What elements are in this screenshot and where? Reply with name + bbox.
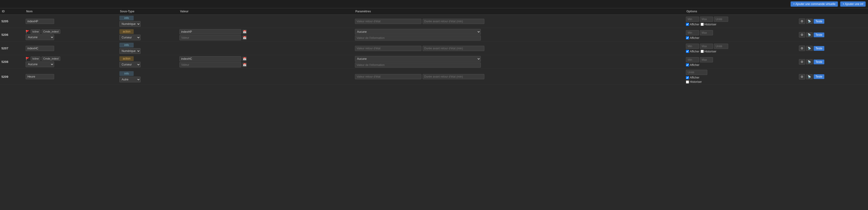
aucune-select-5208[interactable]: Aucune xyxy=(355,56,481,62)
min-input-5206[interactable] xyxy=(686,30,699,35)
options-cell-5205: Afficher Historiser xyxy=(684,15,798,28)
row-id-5205: 5205 xyxy=(0,15,24,28)
actions-cell-5209: ⚙ 📡 Teste xyxy=(798,69,868,85)
flag-icon-5206: 🚩 xyxy=(26,30,29,33)
row-id-5207: 5207 xyxy=(0,42,24,55)
param-duree-5207[interactable] xyxy=(423,46,484,51)
valeur-info-5208[interactable] xyxy=(355,62,481,68)
param-duree-5205[interactable] xyxy=(423,19,484,24)
calendar-icon-5206[interactable]: 📅 xyxy=(242,30,247,34)
test-button-5205[interactable]: Teste xyxy=(814,19,824,24)
historiser-check-5209[interactable] xyxy=(686,80,689,83)
unite-input-5207[interactable] xyxy=(714,44,728,49)
valeur-input-5206[interactable] xyxy=(180,29,241,34)
test-button-5209[interactable]: Teste xyxy=(814,74,824,79)
param-cell-5207 xyxy=(353,42,684,55)
add-info-button[interactable]: + Ajouter une inf xyxy=(840,1,866,7)
test-button-5208[interactable]: Teste xyxy=(814,60,824,64)
actions-cell-5208: ⚙ 📡 Teste xyxy=(798,55,868,69)
rss-button-5207[interactable]: 📡 xyxy=(806,46,813,51)
subtype-cell-5207: info Numérique Autre xyxy=(118,42,178,55)
col-nom: Nom xyxy=(24,8,118,15)
calendar-icon2-5208[interactable]: 📅 xyxy=(242,63,247,67)
options-cell-5206: Afficher xyxy=(684,28,798,42)
max-input-5208[interactable] xyxy=(700,57,713,62)
calendar-icon2-5206[interactable]: 📅 xyxy=(242,36,247,40)
rss-button-5209[interactable]: 📡 xyxy=(806,74,813,79)
rss-button-5208[interactable]: 📡 xyxy=(806,59,813,64)
aucune-nom-select-5208[interactable]: Aucune xyxy=(26,62,54,67)
sous-type-select-5209[interactable]: Autre Numérique xyxy=(119,77,141,82)
valeur-ph-5208[interactable] xyxy=(180,62,241,67)
subtype-cell-5208: action Curseur Numérique xyxy=(118,55,178,69)
gear-button-5209[interactable]: ⚙ xyxy=(799,74,805,79)
test-button-5207[interactable]: Teste xyxy=(814,46,824,51)
sous-type-select-5206[interactable]: Curseur Numérique xyxy=(119,35,141,40)
gear-button-5207[interactable]: ⚙ xyxy=(799,45,805,51)
param-duree-5209[interactable] xyxy=(423,74,484,79)
param-etat-5209[interactable] xyxy=(355,74,422,79)
valeur-info-5206[interactable] xyxy=(355,35,481,41)
actions-cell-5207: ⚙ 📡 Teste xyxy=(798,42,868,55)
min-input-5208[interactable] xyxy=(686,57,699,62)
options-cell-5207: Afficher Historiser xyxy=(684,42,798,55)
unite-input-5209[interactable] xyxy=(686,70,707,75)
nom-input-5209[interactable] xyxy=(26,74,54,79)
nom-cell-5209 xyxy=(24,69,118,85)
sous-type-select-5207[interactable]: Numérique Autre xyxy=(119,48,141,54)
param-etat-5207[interactable] xyxy=(355,46,422,51)
cmde-btn-5206[interactable]: Cmde_indexI xyxy=(41,29,60,34)
add-virtual-command-button[interactable]: + Ajouter une commande virtuelle xyxy=(790,1,838,7)
rss-button-5206[interactable]: 📡 xyxy=(806,32,813,37)
unite-input-5205[interactable] xyxy=(714,16,728,22)
nom-input-5205[interactable] xyxy=(26,19,54,24)
subtype-cell-5206: action Curseur Numérique xyxy=(118,28,178,42)
historiser-label-5207: Historiser xyxy=(701,50,716,53)
min-input-5207[interactable] xyxy=(686,44,699,49)
valeur-cell-5207 xyxy=(178,42,353,55)
afficher-label-5208: Afficher xyxy=(686,63,699,67)
valeur-input-5208[interactable] xyxy=(180,56,241,62)
icone-btn-5208[interactable]: Icône xyxy=(31,57,40,61)
afficher-check-5208[interactable] xyxy=(686,63,689,66)
sous-type-select-5205[interactable]: Numérique Autre xyxy=(119,21,141,27)
aucune-nom-select-5206[interactable]: Aucune xyxy=(26,34,54,40)
flag-icon-5208: 🚩 xyxy=(26,57,29,61)
row-id-5209: 5209 xyxy=(0,69,24,85)
actions-cell-5205: ⚙ 📡 Teste xyxy=(798,15,868,28)
afficher-check-5206[interactable] xyxy=(686,36,689,39)
afficher-label-5206: Afficher xyxy=(686,36,699,40)
param-etat-5205[interactable] xyxy=(355,19,422,24)
max-input-5206[interactable] xyxy=(700,30,713,35)
table-row: 5208 🚩 Icône Cmde_indexI Aucune xyxy=(0,55,868,69)
afficher-label-5209: Afficher xyxy=(686,76,699,79)
sous-type-select-5208[interactable]: Curseur Numérique xyxy=(119,62,141,67)
historiser-check-5207[interactable] xyxy=(701,50,704,53)
gear-button-5206[interactable]: ⚙ xyxy=(799,32,805,37)
table-row: 5207 info Numérique Autre xyxy=(0,42,868,55)
historiser-check-5205[interactable] xyxy=(701,23,704,26)
calendar-icon-5208[interactable]: 📅 xyxy=(242,57,247,61)
nom-input-5207[interactable] xyxy=(26,46,54,51)
gear-button-5205[interactable]: ⚙ xyxy=(799,19,805,24)
aucune-select-5206[interactable]: Aucune xyxy=(355,29,481,35)
table-row: 5205 info Numérique Autre xyxy=(0,15,868,28)
row-id-5206: 5206 xyxy=(0,28,24,42)
afficher-check-5209[interactable] xyxy=(686,76,689,79)
min-input-5205[interactable] xyxy=(686,16,699,22)
nom-cell-5208: 🚩 Icône Cmde_indexI Aucune xyxy=(24,55,118,69)
afficher-label-5205: Afficher xyxy=(686,23,699,26)
cmde-btn-5208[interactable]: Cmde_indexI xyxy=(41,57,60,61)
icone-btn-5206[interactable]: Icône xyxy=(31,29,40,34)
test-button-5206[interactable]: Teste xyxy=(814,33,824,37)
valeur-ph-5206[interactable] xyxy=(180,35,241,40)
col-id: ID xyxy=(0,8,24,15)
valeur-cell-5205 xyxy=(178,15,353,28)
afficher-check-5205[interactable] xyxy=(686,23,689,26)
max-input-5207[interactable] xyxy=(700,44,713,49)
valeur-cell-5209 xyxy=(178,69,353,85)
rss-button-5205[interactable]: 📡 xyxy=(806,19,813,24)
max-input-5205[interactable] xyxy=(700,16,713,22)
gear-button-5208[interactable]: ⚙ xyxy=(799,59,805,65)
afficher-check-5207[interactable] xyxy=(686,50,689,53)
